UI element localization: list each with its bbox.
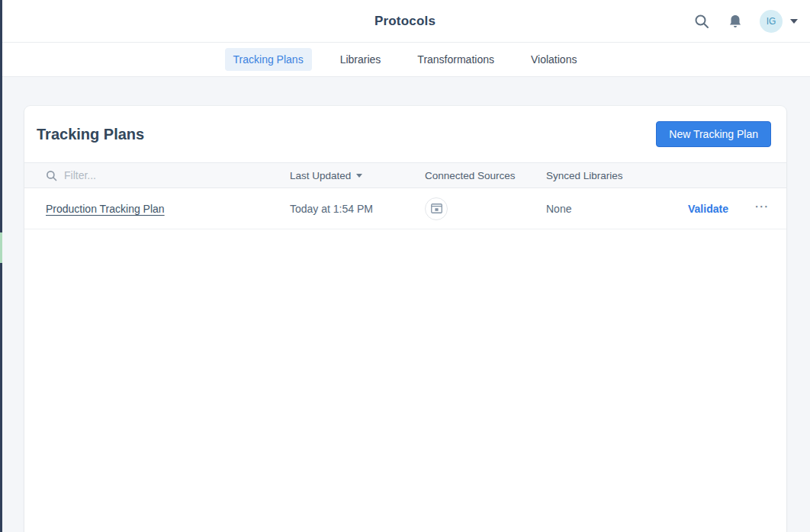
page-content: Tracking Plans New Tracking Plan Last Up…	[0, 77, 810, 532]
card-header: Tracking Plans New Tracking Plan	[24, 106, 786, 162]
new-tracking-plan-button[interactable]: New Tracking Plan	[656, 121, 771, 147]
tab-libraries[interactable]: Libraries	[332, 48, 390, 71]
table-header-row: Last Updated Connected Sources Synced Li…	[24, 162, 786, 188]
table-row: Production Tracking Plan Today at 1:54 P…	[24, 188, 786, 229]
synced-libraries-value: None	[546, 203, 688, 215]
column-connected-sources: Connected Sources	[425, 170, 546, 181]
user-menu[interactable]: IG	[760, 10, 798, 33]
bell-icon[interactable]	[726, 12, 744, 30]
tab-transformations[interactable]: Transformations	[409, 48, 503, 71]
search-icon[interactable]	[693, 12, 711, 30]
column-last-updated[interactable]: Last Updated	[290, 170, 425, 181]
tracking-plans-card: Tracking Plans New Tracking Plan Last Up…	[24, 106, 786, 532]
avatar[interactable]: IG	[760, 10, 783, 33]
connected-sources-cell	[425, 197, 546, 220]
filter-input[interactable]	[64, 169, 232, 181]
app-header: Protocols IG	[0, 0, 810, 43]
tab-tracking-plans[interactable]: Tracking Plans	[225, 48, 312, 71]
column-synced-libraries: Synced Libraries	[546, 170, 688, 181]
cropped-sidebar-sliver	[0, 0, 2, 532]
tab-violations[interactable]: Violations	[522, 48, 585, 71]
caret-down-icon	[790, 19, 798, 24]
sort-caret-down-icon	[356, 174, 362, 178]
header-actions: IG	[693, 0, 798, 43]
sidebar-green-indicator	[0, 232, 2, 263]
tab-bar: Tracking Plans Libraries Transformations…	[0, 43, 810, 77]
tracking-plan-link[interactable]: Production Tracking Plan	[46, 203, 165, 215]
column-label-last-updated: Last Updated	[290, 170, 351, 181]
last-updated-value: Today at 1:54 PM	[290, 203, 425, 215]
browser-window-icon[interactable]	[425, 197, 448, 220]
filter-search-icon	[46, 170, 57, 181]
overflow-menu-icon[interactable]: ⋯	[753, 197, 771, 220]
row-actions: Validate ⋯	[688, 197, 771, 220]
card-title: Tracking Plans	[37, 126, 144, 143]
validate-link[interactable]: Validate	[688, 203, 728, 215]
filter-cell	[46, 169, 290, 181]
page-title: Protocols	[0, 0, 810, 43]
